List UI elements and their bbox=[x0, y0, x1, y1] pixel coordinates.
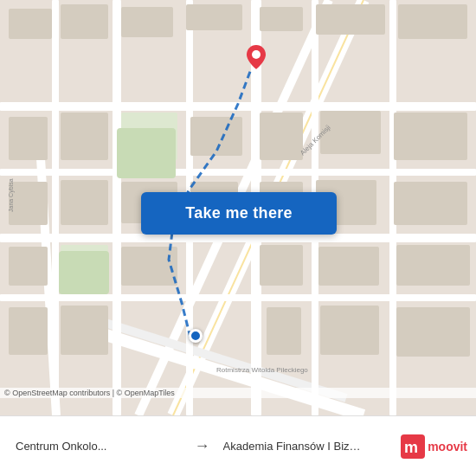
svg-rect-8 bbox=[0, 234, 476, 242]
svg-rect-41 bbox=[260, 245, 303, 286]
svg-rect-11 bbox=[113, 0, 121, 415]
svg-rect-40 bbox=[121, 247, 177, 286]
svg-rect-19 bbox=[121, 7, 173, 37]
svg-rect-30 bbox=[394, 113, 467, 160]
svg-rect-42 bbox=[318, 247, 379, 286]
svg-rect-44 bbox=[9, 307, 48, 355]
svg-rect-50 bbox=[59, 251, 109, 294]
svg-rect-21 bbox=[260, 7, 303, 31]
svg-rect-32 bbox=[61, 180, 108, 225]
svg-rect-29 bbox=[320, 111, 381, 154]
svg-text:Rotmistrza Witolda Pileckiego: Rotmistrza Witolda Pileckiego bbox=[216, 366, 308, 374]
moovit-text: moovit bbox=[428, 440, 467, 453]
svg-rect-9 bbox=[0, 294, 476, 301]
svg-rect-17 bbox=[9, 9, 52, 39]
svg-rect-31 bbox=[9, 182, 48, 225]
svg-rect-46 bbox=[267, 307, 301, 355]
bottom-bar: Centrum Onkolo... → Akademia Finansów I … bbox=[0, 415, 476, 476]
from-label: Centrum Onkolo... bbox=[16, 440, 107, 453]
button-label: Take me there bbox=[185, 204, 293, 222]
svg-rect-24 bbox=[9, 117, 48, 160]
svg-text:Jana Cybisa: Jana Cybisa bbox=[8, 178, 15, 212]
map-container: Aleja Komisji Rotmistrza Witolda Pilecki… bbox=[0, 0, 476, 415]
svg-rect-18 bbox=[61, 4, 108, 39]
svg-rect-38 bbox=[9, 247, 48, 286]
svg-rect-47 bbox=[320, 306, 379, 355]
svg-rect-20 bbox=[186, 4, 242, 30]
to-label: Akademia Finansów I Biznesu ... bbox=[223, 440, 362, 453]
direction-arrow: → bbox=[189, 437, 216, 455]
svg-rect-7 bbox=[0, 169, 476, 176]
destination-marker bbox=[247, 45, 266, 69]
svg-rect-48 bbox=[396, 307, 470, 357]
svg-rect-23 bbox=[398, 4, 467, 39]
svg-rect-37 bbox=[394, 182, 467, 225]
to-location: Akademia Finansów I Biznesu ... bbox=[216, 440, 396, 453]
svg-rect-49 bbox=[117, 128, 176, 178]
svg-rect-43 bbox=[396, 245, 470, 286]
take-me-there-button[interactable]: Take me there bbox=[141, 192, 337, 235]
origin-marker bbox=[189, 329, 203, 343]
svg-rect-25 bbox=[61, 113, 108, 160]
svg-rect-28 bbox=[260, 113, 303, 160]
svg-rect-45 bbox=[61, 306, 108, 355]
map-attribution: © OpenStreetMap contributors | © OpenMap… bbox=[0, 388, 476, 398]
svg-text:m: m bbox=[404, 439, 418, 456]
moovit-icon: m bbox=[401, 434, 425, 459]
moovit-logo: m moovit bbox=[396, 434, 467, 459]
svg-rect-22 bbox=[316, 4, 385, 35]
svg-point-54 bbox=[252, 50, 261, 59]
from-location: Centrum Onkolo... bbox=[9, 440, 189, 453]
